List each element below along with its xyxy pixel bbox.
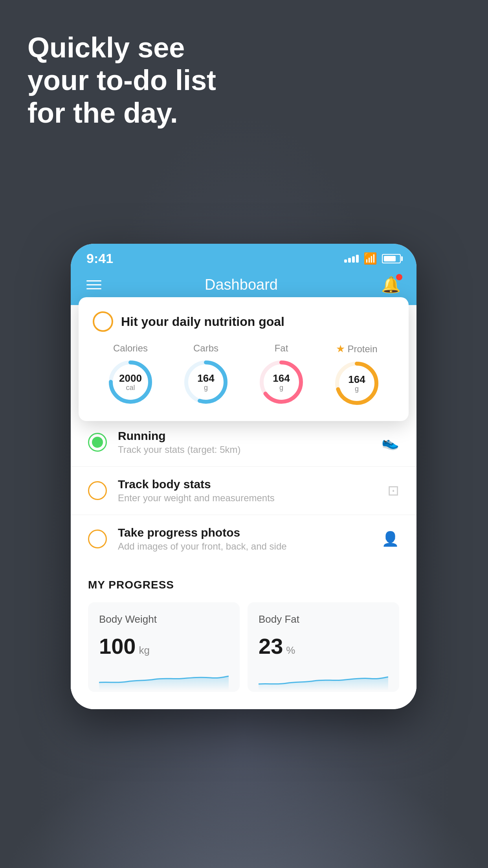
content-area: THINGS TO DO TODAY Hit your daily nutrit… (71, 305, 416, 709)
body-fat-label: Body Fat (259, 613, 388, 625)
protein-ring: 164 g (333, 360, 380, 407)
todo-text-photos: Take progress photos Add images of your … (118, 526, 371, 552)
body-fat-chart (259, 667, 388, 690)
macro-carbs: Carbs 164 g (182, 343, 229, 406)
notification-dot (396, 274, 402, 280)
header-title: Dashboard (205, 276, 278, 293)
todo-text-running: Running Track your stats (target: 5km) (118, 429, 371, 455)
body-weight-card[interactable]: Body Weight 100 kg (88, 602, 240, 692)
body-fat-unit: % (286, 644, 295, 657)
todo-item-body-stats[interactable]: Track body stats Enter your weight and m… (71, 467, 416, 515)
todo-list: Running Track your stats (target: 5km) 👟… (71, 418, 416, 563)
todo-circle-running (88, 433, 107, 452)
phone-shell: 9:41 📶 Dashboard 🔔 TH (71, 244, 416, 709)
body-weight-chart (99, 667, 229, 690)
nutrition-card: Hit your daily nutrition goal Calories 2… (79, 297, 409, 421)
todo-title-body-stats: Track body stats (118, 478, 376, 491)
status-bar: 9:41 📶 (71, 244, 416, 269)
carbs-ring: 164 g (182, 359, 229, 406)
running-icon: 👟 (382, 434, 399, 451)
todo-subtitle-photos: Add images of your front, back, and side (118, 541, 371, 552)
todo-subtitle-body-stats: Enter your weight and measurements (118, 493, 376, 504)
protein-text: 164 g (348, 374, 365, 393)
body-fat-value: 23 (259, 633, 283, 659)
calories-text: 2000 cal (119, 373, 142, 392)
progress-header: MY PROGRESS (88, 579, 399, 591)
body-fat-value-row: 23 % (259, 633, 388, 659)
status-time: 9:41 (86, 251, 113, 266)
body-fat-card[interactable]: Body Fat 23 % (248, 602, 399, 692)
macro-calories-label: Calories (113, 343, 148, 354)
wifi-icon: 📶 (363, 252, 377, 265)
todo-circle-body-stats (88, 481, 107, 500)
star-icon: ★ (336, 343, 345, 355)
macro-calories: Calories 2000 cal (107, 343, 154, 406)
card-title-row: Hit your daily nutrition goal (93, 311, 394, 332)
macro-fat: Fat 164 g (258, 343, 305, 406)
progress-cards: Body Weight 100 kg (88, 602, 399, 692)
todo-item-running[interactable]: Running Track your stats (target: 5km) 👟 (71, 418, 416, 467)
macro-protein: ★ Protein 164 g (333, 343, 380, 407)
menu-button[interactable] (86, 280, 101, 289)
hamburger-line (86, 288, 101, 289)
calories-ring: 2000 cal (107, 359, 154, 406)
todo-subtitle-running: Track your stats (target: 5km) (118, 444, 371, 455)
bg-shape (0, 750, 488, 868)
macro-protein-label: ★ Protein (336, 343, 377, 355)
photo-icon: 👤 (382, 531, 399, 547)
body-weight-unit: kg (139, 644, 149, 657)
hamburger-line (86, 280, 101, 281)
notification-button[interactable]: 🔔 (381, 276, 401, 294)
todo-text-body-stats: Track body stats Enter your weight and m… (118, 478, 376, 504)
scale-icon: ⊡ (387, 482, 399, 499)
progress-section: MY PROGRESS Body Weight 100 kg (71, 563, 416, 709)
todo-circle-photos (88, 530, 107, 548)
macro-fat-label: Fat (275, 343, 288, 354)
fat-text: 164 g (273, 373, 290, 392)
macro-carbs-label: Carbs (193, 343, 218, 354)
todo-title-photos: Take progress photos (118, 526, 371, 539)
battery-icon (382, 254, 401, 263)
macros-row: Calories 2000 cal Carbs (93, 343, 394, 407)
status-icons: 📶 (344, 252, 401, 265)
headline: Quickly see your to-do list for the day. (28, 31, 216, 129)
nutrition-card-title: Hit your daily nutrition goal (121, 314, 284, 329)
todo-title-running: Running (118, 429, 371, 443)
hamburger-line (86, 284, 101, 285)
carbs-text: 164 g (197, 373, 214, 392)
todo-item-photos[interactable]: Take progress photos Add images of your … (71, 515, 416, 563)
body-weight-value: 100 (99, 633, 136, 659)
fat-ring: 164 g (258, 359, 305, 406)
task-circle-nutrition (93, 311, 113, 332)
signal-icon (344, 255, 359, 263)
body-weight-value-row: 100 kg (99, 633, 229, 659)
body-weight-label: Body Weight (99, 613, 229, 625)
